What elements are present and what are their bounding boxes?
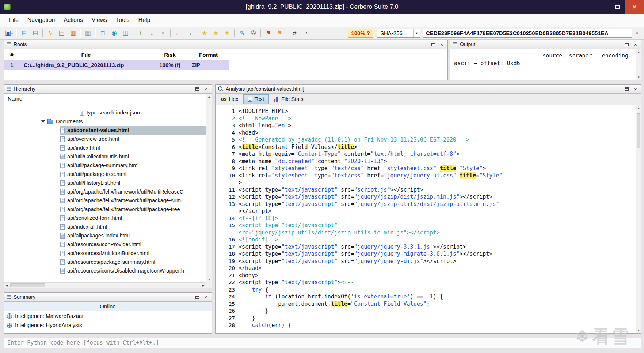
- scroll-up-icon[interactable]: ▲: [636, 49, 641, 55]
- select-range-icon[interactable]: □: [97, 28, 108, 38]
- output-scrollbar[interactable]: ▲ ▼: [636, 49, 641, 80]
- extract-files-icon[interactable]: ▤: [56, 28, 67, 38]
- report-flag-icon[interactable]: ⚑: [263, 28, 274, 38]
- scroll-down-icon[interactable]: ▼: [206, 277, 212, 282]
- float-panel-button[interactable]: [194, 86, 200, 92]
- code-line[interactable]: 2<!-- NewPage -->: [216, 115, 635, 123]
- menu-navigation[interactable]: Navigation: [23, 17, 60, 23]
- code-line[interactable]: 25 parent.document.title="Constant Field…: [216, 301, 635, 308]
- tree-item[interactable]: type-search-index.json: [4, 108, 206, 117]
- close-panel-button[interactable]: ×: [203, 86, 209, 92]
- paste-icon[interactable]: ▦: [82, 28, 94, 38]
- add-bookmark-icon[interactable]: ★: [210, 28, 221, 38]
- code-line[interactable]: 19<script type="text/javascript" src="jq…: [216, 258, 635, 265]
- scan-icon[interactable]: ϟ: [45, 28, 56, 38]
- roots-column-format[interactable]: Format: [187, 52, 229, 58]
- tree-item[interactable]: api/org/apache/felix/framework/util/pack…: [4, 196, 206, 205]
- hash-value-field[interactable]: CEDE23F096F4A4F176EE07D5E3C010250ED0B380…: [423, 29, 632, 38]
- code-line[interactable]: 28 catch(err) {: [216, 322, 635, 329]
- tree-item[interactable]: Documents: [4, 117, 206, 126]
- save-icon[interactable]: ▣▾: [3, 28, 15, 38]
- code-line[interactable]: ></script>: [216, 208, 635, 215]
- roots-column-risk[interactable]: Risk: [152, 52, 187, 58]
- history-icon[interactable]: ◔: [300, 28, 312, 38]
- tree-item[interactable]: api/resources/MultiIconBuilder.html: [4, 249, 206, 258]
- code-line[interactable]: 16<![endif]-->: [216, 236, 635, 244]
- edit-search-icon[interactable]: ✎: [236, 28, 248, 38]
- code-line[interactable]: 4<head>: [216, 129, 635, 137]
- scroll-up-icon[interactable]: ▲: [206, 94, 212, 99]
- scroll-left-icon[interactable]: ◀: [4, 283, 9, 288]
- tab-stats[interactable]: File Stats: [270, 94, 308, 104]
- import-workspace-icon[interactable]: ⊟: [30, 28, 41, 38]
- code-line[interactable]: 8<meta name="dc.created" content="2020-1…: [216, 158, 635, 165]
- select-block-icon[interactable]: ◫: [120, 28, 131, 38]
- tree-item[interactable]: api/util/HistoryList.html: [4, 179, 206, 187]
- code-line[interactable]: 26 }: [216, 308, 635, 315]
- code-line[interactable]: 7<meta http-equiv="Content-Type" content…: [216, 151, 635, 158]
- float-panel-button[interactable]: [624, 41, 630, 47]
- tree-item[interactable]: api/allpackages-index.html: [4, 231, 206, 240]
- attachments-icon[interactable]: ✇: [248, 28, 259, 38]
- clear-results-icon[interactable]: ×: [157, 28, 169, 38]
- export-workspace-icon[interactable]: ⊞: [18, 28, 30, 38]
- copy-special-icon[interactable]: ▥: [67, 28, 79, 38]
- tree-item[interactable]: api/org/apache/felix/framework/util/pack…: [4, 205, 206, 214]
- roots-column-file[interactable]: File: [20, 52, 152, 58]
- code-line[interactable]: 1<!DOCTYPE HTML>: [216, 108, 635, 115]
- float-panel-button[interactable]: [194, 294, 200, 300]
- menu-views[interactable]: Views: [87, 17, 111, 23]
- close-panel-button[interactable]: ×: [632, 86, 639, 92]
- tree-item[interactable]: api/serialized-form.html: [4, 214, 206, 222]
- menu-tools[interactable]: Tools: [111, 17, 134, 23]
- code-line[interactable]: 20</head>: [216, 265, 635, 272]
- toolbar-overflow-button[interactable]: ▼: [633, 29, 641, 38]
- scrollbar-thumb[interactable]: [637, 113, 640, 148]
- hash-algorithm-select[interactable]: SHA-256 ▼: [377, 29, 420, 38]
- code-line[interactable]: src="jquery/jszip-utils/dist/jszip-utils…: [216, 229, 635, 237]
- code-line[interactable]: 17<script type="text/javascript" src="jq…: [216, 244, 635, 251]
- code-line[interactable]: 24 if (location.href.indexOf('is-externa…: [216, 293, 635, 301]
- intelligence-item[interactable]: Intelligence: MalwareBazaar: [4, 311, 212, 320]
- float-panel-button[interactable]: [430, 41, 436, 47]
- tab-hex[interactable]: 0xHex: [217, 94, 243, 104]
- format-flag-icon[interactable]: ⚑: [274, 28, 285, 38]
- tree-column-header[interactable]: Name: [4, 94, 212, 104]
- code-line[interactable]: 14<!--[if IE]>: [216, 215, 635, 222]
- tree-item[interactable]: api/resources/icons/DisabledImageIconWra…: [4, 266, 206, 275]
- code-line[interactable]: 22<script type="text/javascript"><!--: [216, 279, 635, 286]
- tree-item[interactable]: api/constant-values.html: [4, 126, 206, 135]
- snapshot-icon[interactable]: ◉: [108, 28, 120, 38]
- code-line[interactable]: 15<script type="text/javascript": [216, 222, 635, 229]
- tree-item[interactable]: api/overview-tree.html: [4, 135, 206, 143]
- intelligence-item[interactable]: Intelligence: HybridAnalysis: [4, 320, 212, 330]
- code-line[interactable]: >: [216, 179, 635, 187]
- tab-text[interactable]: Text: [243, 94, 269, 104]
- close-panel-button[interactable]: ×: [632, 41, 639, 47]
- tree-item[interactable]: api/resources/IconProvider.html: [4, 240, 206, 249]
- expander-icon[interactable]: [41, 120, 45, 123]
- menu-file[interactable]: File: [5, 17, 23, 23]
- code-line[interactable]: 9<link rel="stylesheet" type="text/css" …: [216, 165, 635, 172]
- minimize-button[interactable]: [593, 0, 609, 14]
- scroll-right-icon[interactable]: ▶: [201, 283, 206, 288]
- code-line[interactable]: 13<script type="text/javascript" src="jq…: [216, 201, 635, 208]
- menu-actions[interactable]: Actions: [59, 17, 87, 23]
- find-previous-icon[interactable]: ↑: [135, 28, 146, 38]
- close-panel-button[interactable]: ×: [439, 41, 445, 47]
- bookmark-list-icon[interactable]: ★: [221, 28, 233, 38]
- code-line[interactable]: 21<body>: [216, 272, 635, 279]
- scroll-up-icon[interactable]: ▲: [636, 105, 641, 111]
- code-line[interactable]: 6<title>Constant Field Values</title>: [216, 144, 635, 151]
- tree-item[interactable]: api/org/apache/felix/framework/util/Mult…: [4, 187, 206, 196]
- roots-row[interactable]: 1C:\...\ghidra_9.2_PUBLIC_20201113.zip10…: [4, 60, 229, 70]
- bookmark-icon[interactable]: ★: [199, 28, 210, 38]
- tree-item[interactable]: api/resources/package-summary.html: [4, 258, 206, 266]
- code-line[interactable]: 12<script type="text/javascript" src="jq…: [216, 194, 635, 201]
- tree-item[interactable]: api/index-all.html: [4, 222, 206, 231]
- menu-help[interactable]: Help: [134, 17, 155, 23]
- close-button[interactable]: ✕: [625, 0, 644, 14]
- code-line[interactable]: 27 }: [216, 315, 635, 322]
- close-panel-button[interactable]: ×: [203, 294, 209, 300]
- code-line[interactable]: 5<!-- Generated by javadoc (11.0.1) on F…: [216, 136, 635, 144]
